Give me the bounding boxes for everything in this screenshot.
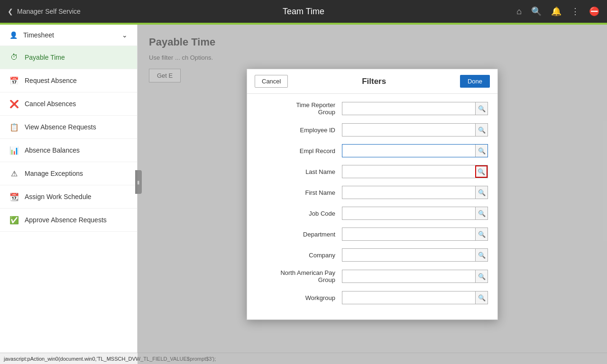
input-wrap-last-name: 🔍 [342,165,488,178]
label-last-name: Last Name [257,168,342,175]
home-icon[interactable]: ⌂ [516,7,522,17]
sidebar-item-label: Approve Absence Requests [25,216,107,224]
sidebar-header-left: 👤 Timesheet [9,31,54,39]
main-content: Payable Time Use filter ... ch Options. … [138,25,607,364]
block-icon[interactable]: ⛔ [589,6,599,17]
sidebar-header-label: Timesheet [23,31,54,39]
app-title: Team Time [283,7,324,17]
input-wrap-empl-record: 🔍 [342,144,488,157]
modal-header: Cancel Filters Done [247,69,497,94]
approve-absence-requests-icon: ✅ [9,215,19,225]
absence-balances-icon: 📊 [9,146,19,155]
cancel-absences-icon: ❌ [9,99,19,109]
sidebar-header-timesheet[interactable]: 👤 Timesheet ⌄ [0,25,137,46]
label-empl-record: Empl Record [257,147,342,155]
input-time-reporter-group[interactable] [342,102,475,115]
filter-row-company: Company 🔍 [257,248,488,262]
input-wrap-employee-id: 🔍 [342,123,488,136]
sidebar-item-label: Payable Time [25,54,65,61]
done-button[interactable]: Done [460,75,490,88]
filter-row-department: Department 🔍 [257,228,488,241]
input-employee-id[interactable] [342,124,475,136]
view-absence-requests-icon: 📋 [9,122,19,132]
search-icon[interactable]: 🔍 [531,6,542,17]
sidebar-item-view-absence-requests[interactable]: 📋 View Absence Requests [0,116,137,139]
timesheet-icon: 👤 [9,31,18,39]
input-north-american-pay-group[interactable] [342,270,475,282]
sidebar-item-label: View Absence Requests [25,123,96,131]
label-north-american-pay-group: North American PayGroup [257,269,342,283]
input-wrap-first-name: 🔍 [342,186,488,199]
input-wrap-company: 🔍 [342,248,488,262]
main-layout: 👤 Timesheet ⌄ ⏱ Payable Time 📅 Request A… [0,25,607,364]
input-wrap-department: 🔍 [342,228,488,241]
search-btn-north-american-pay-group[interactable]: 🔍 [475,270,487,282]
filter-row-north-american-pay-group: North American PayGroup 🔍 [257,269,488,283]
payable-time-icon: ⏱ [9,53,19,62]
cancel-button[interactable]: Cancel [255,75,288,88]
search-btn-job-code[interactable]: 🔍 [475,207,487,219]
sidebar-item-label: Assign Work Schedule [25,193,92,200]
input-job-code[interactable] [342,207,475,219]
search-btn-company[interactable]: 🔍 [475,249,487,261]
filter-row-first-name: First Name 🔍 [257,186,488,199]
search-btn-department[interactable]: 🔍 [475,228,487,240]
sidebar-item-request-absence[interactable]: 📅 Request Absence [0,69,137,92]
input-wrap-workgroup: 🔍 [342,291,488,304]
label-company: Company [257,252,342,259]
search-btn-workgroup[interactable]: 🔍 [475,291,487,304]
request-absence-icon: 📅 [9,76,19,85]
input-company[interactable] [342,249,475,261]
sidebar-item-label: Request Absence [25,77,77,84]
sidebar: 👤 Timesheet ⌄ ⏱ Payable Time 📅 Request A… [0,25,138,364]
search-btn-first-name[interactable]: 🔍 [475,186,487,199]
input-workgroup[interactable] [342,291,475,304]
bell-icon[interactable]: 🔔 [551,6,561,17]
input-first-name[interactable] [342,186,475,199]
modal-body: Time ReporterGroup 🔍 Employee ID 🔍 [247,94,497,319]
input-wrap-job-code: 🔍 [342,207,488,220]
sidebar-item-cancel-absences[interactable]: ❌ Cancel Absences [0,92,137,116]
search-btn-empl-record[interactable]: 🔍 [475,145,487,157]
label-department: Department [257,231,342,238]
filter-row-job-code: Job Code 🔍 [257,207,488,220]
filter-row-workgroup: Workgroup 🔍 [257,291,488,304]
top-bar-actions: ⌂ 🔍 🔔 ⋮ ⛔ [516,6,599,17]
input-department[interactable] [342,228,475,240]
sidebar-item-label: Cancel Absences [25,100,76,108]
filters-modal: Cancel Filters Done Time ReporterGroup 🔍… [247,69,498,320]
top-navigation-bar: ❮ Manager Self Service Team Time ⌂ 🔍 🔔 ⋮… [0,0,607,23]
back-chevron-icon: ❮ [8,8,13,15]
label-workgroup: Workgroup [257,294,342,301]
search-btn-last-name[interactable]: 🔍 [475,165,487,178]
input-last-name[interactable] [342,165,475,178]
sidebar-item-absence-balances[interactable]: 📊 Absence Balances [0,139,137,162]
search-btn-time-reporter-group[interactable]: 🔍 [475,102,487,115]
chevron-down-icon: ⌄ [122,31,128,39]
back-button[interactable]: ❮ Manager Self Service [8,8,81,15]
back-label: Manager Self Service [17,8,81,15]
assign-work-schedule-icon: 📆 [9,192,19,201]
modal-title: Filters [288,77,460,86]
sidebar-item-payable-time[interactable]: ⏱ Payable Time [0,46,137,69]
sidebar-item-manage-exceptions[interactable]: ⚠ Manage Exceptions [0,162,137,185]
sidebar-item-approve-absence-requests[interactable]: ✅ Approve Absence Requests [0,209,137,232]
label-first-name: First Name [257,189,342,196]
input-wrap-north-american-pay-group: 🔍 [342,270,488,283]
sidebar-item-label: Manage Exceptions [25,170,83,177]
filter-row-employee-id: Employee ID 🔍 [257,123,488,136]
more-icon[interactable]: ⋮ [571,6,579,17]
input-empl-record[interactable] [342,145,475,157]
label-time-reporter-group: Time ReporterGroup [257,101,342,116]
filter-row-empl-record: Empl Record 🔍 [257,144,488,157]
search-btn-employee-id[interactable]: 🔍 [475,124,487,136]
filter-row-last-name: Last Name 🔍 [257,165,488,178]
label-job-code: Job Code [257,210,342,217]
input-wrap-time-reporter-group: 🔍 [342,102,488,115]
manage-exceptions-icon: ⚠ [9,169,19,178]
label-employee-id: Employee ID [257,127,342,134]
sidebar-item-label: Absence Balances [25,146,80,154]
sidebar-item-assign-work-schedule[interactable]: 📆 Assign Work Schedule [0,185,137,209]
filter-row-time-reporter-group: Time ReporterGroup 🔍 [257,101,488,116]
